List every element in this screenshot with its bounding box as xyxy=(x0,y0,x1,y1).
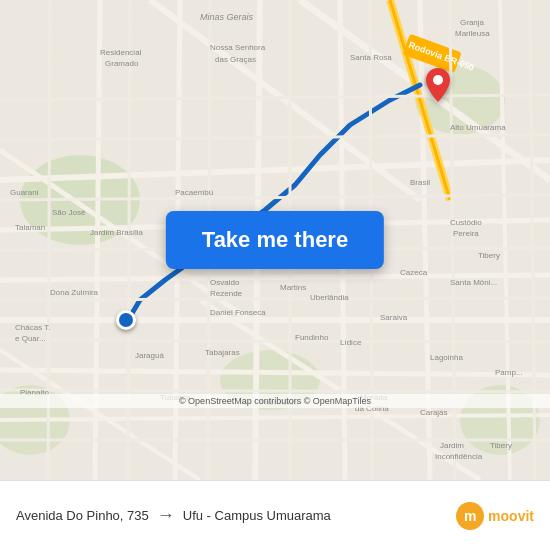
svg-text:Pamp...: Pamp... xyxy=(495,368,523,377)
destination-pin xyxy=(426,68,450,98)
svg-line-34 xyxy=(0,390,550,392)
svg-line-33 xyxy=(0,340,550,342)
origin-pin xyxy=(116,310,136,330)
svg-text:Cazeca: Cazeca xyxy=(400,268,428,277)
svg-line-37 xyxy=(128,0,130,480)
svg-point-89 xyxy=(433,75,443,85)
svg-text:Alto Umuarama: Alto Umuarama xyxy=(450,123,506,132)
route-info: Avenida Do Pinho, 735 → Ufu - Campus Umu… xyxy=(16,505,331,526)
svg-text:Dona Zulmira: Dona Zulmira xyxy=(50,288,99,297)
svg-text:Rezende: Rezende xyxy=(210,289,243,298)
svg-text:Saraiva: Saraiva xyxy=(380,313,408,322)
svg-text:Santa Môni...: Santa Môni... xyxy=(450,278,497,287)
svg-text:Osvaldo: Osvaldo xyxy=(210,278,240,287)
svg-text:Fundinho: Fundinho xyxy=(295,333,329,342)
destination-label: Ufu - Campus Umuarama xyxy=(183,508,331,523)
svg-text:Carajás: Carajás xyxy=(420,408,448,417)
origin-label: Avenida Do Pinho, 735 xyxy=(16,508,149,523)
moovit-logo: m moovit xyxy=(456,502,534,530)
map-container: Rodovia BR-050 Minas Gerais Nossa Senhor… xyxy=(0,0,550,480)
svg-text:Santa Rosa: Santa Rosa xyxy=(350,53,392,62)
svg-text:Jardim: Jardim xyxy=(440,441,464,450)
svg-text:Daniel Fonseca: Daniel Fonseca xyxy=(210,308,266,317)
svg-text:Nossa Senhora: Nossa Senhora xyxy=(210,43,266,52)
svg-text:e Quar...: e Quar... xyxy=(15,334,46,343)
svg-text:Lídice: Lídice xyxy=(340,338,362,347)
svg-text:Chácas T.: Chácas T. xyxy=(15,323,50,332)
svg-text:Lagoinha: Lagoinha xyxy=(430,353,463,362)
svg-text:Custódio: Custódio xyxy=(450,218,482,227)
svg-line-32 xyxy=(0,298,550,300)
svg-text:Jaraguá: Jaraguá xyxy=(135,351,164,360)
svg-text:São José: São José xyxy=(52,208,86,217)
svg-text:Gramado: Gramado xyxy=(105,59,139,68)
moovit-text: moovit xyxy=(488,508,534,524)
svg-text:Inconfidência: Inconfidência xyxy=(435,452,483,461)
svg-text:Guarani: Guarani xyxy=(10,188,39,197)
svg-text:Minas Gerais: Minas Gerais xyxy=(200,12,254,22)
svg-line-36 xyxy=(48,0,50,480)
svg-text:Pacaembú: Pacaembú xyxy=(175,188,213,197)
take-me-there-button[interactable]: Take me there xyxy=(166,211,384,269)
svg-text:Tabajaras: Tabajaras xyxy=(205,348,240,357)
svg-text:Brasil: Brasil xyxy=(410,178,430,187)
svg-text:Tibery: Tibery xyxy=(490,441,512,450)
svg-text:Residencial: Residencial xyxy=(100,48,142,57)
svg-text:Uberlândia: Uberlândia xyxy=(310,293,349,302)
svg-text:Marileusa: Marileusa xyxy=(455,29,490,38)
svg-text:Pereira: Pereira xyxy=(453,229,479,238)
svg-text:das Graças: das Graças xyxy=(215,55,256,64)
map-attribution: © OpenStreetMap contributors © OpenMapTi… xyxy=(0,394,550,408)
moovit-icon: m xyxy=(456,502,484,530)
route-arrow: → xyxy=(157,505,175,526)
svg-text:Tibery: Tibery xyxy=(478,251,500,260)
svg-text:Talaman: Talaman xyxy=(15,223,45,232)
svg-text:Martins: Martins xyxy=(280,283,306,292)
footer: Avenida Do Pinho, 735 → Ufu - Campus Umu… xyxy=(0,480,550,550)
svg-text:Jardim Brasília: Jardim Brasília xyxy=(90,228,143,237)
svg-text:Granja: Granja xyxy=(460,18,485,27)
